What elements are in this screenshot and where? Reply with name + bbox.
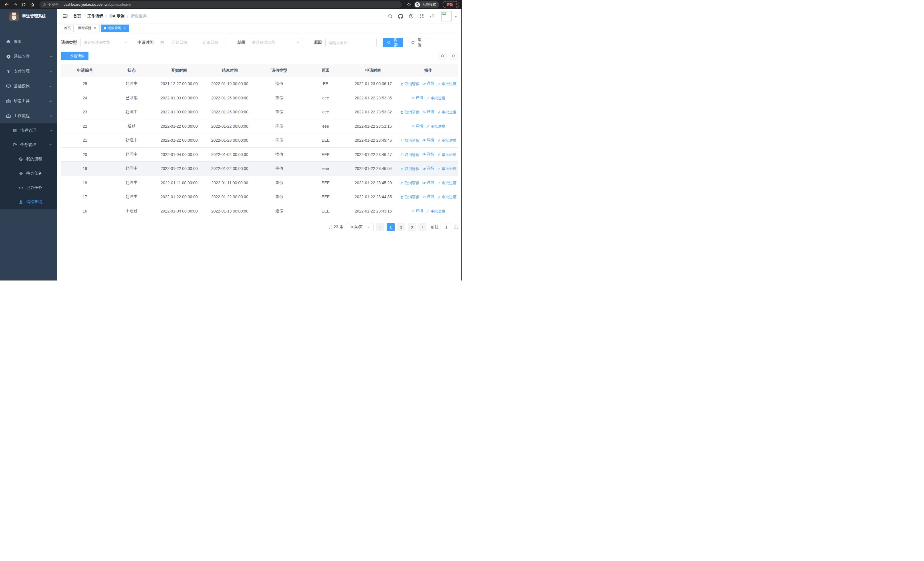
detail-action-link[interactable]: 详情 xyxy=(422,81,434,86)
sidebar-item-流程管理[interactable]: 流程管理 xyxy=(0,123,57,138)
tag-tab-首页[interactable]: 首页 xyxy=(61,24,74,32)
cancel-action-link[interactable]: 取消请假 xyxy=(400,180,420,186)
github-link[interactable] xyxy=(398,14,403,19)
sidebar-logo[interactable]: 芋道管理系统 xyxy=(0,9,57,23)
app-title: 芋道管理系统 xyxy=(22,14,46,19)
cancel-action-link[interactable]: 取消请假 xyxy=(400,194,420,200)
bookmark-star-button[interactable] xyxy=(405,1,412,8)
browser-scrollbar[interactable] xyxy=(461,9,462,281)
font-size-button[interactable]: TT xyxy=(429,14,435,19)
sidebar-item-首页[interactable]: 首页 xyxy=(0,34,57,49)
page-button-1[interactable]: 1 xyxy=(387,223,394,231)
sidebar-item-系统管理[interactable]: 系统管理 xyxy=(0,49,57,64)
tag-tab-请假查询[interactable]: 请假查询× xyxy=(101,24,129,32)
table-tools xyxy=(438,52,458,60)
sidebar-item-支付管理[interactable]: ¥支付管理 xyxy=(0,64,57,79)
progress-action-link[interactable]: 审批进度 xyxy=(426,124,446,129)
user-avatar-menu[interactable] xyxy=(441,11,458,21)
detail-action-link[interactable]: 详情 xyxy=(411,208,423,214)
progress-action-link[interactable]: 审批进度 xyxy=(437,110,457,115)
reset-button[interactable]: 重置 xyxy=(406,38,427,47)
sidebar-item-label: 支付管理 xyxy=(14,69,30,74)
next-page-button[interactable] xyxy=(418,223,426,231)
cell-end: 2022-01-22 00:00:00 xyxy=(204,119,256,133)
site-security-indicator[interactable]: 不安全 xyxy=(43,2,59,7)
url-text: dashboard.yudao.iocoder.cn/bpm/oa/leave xyxy=(64,3,131,7)
browser-menu-icon[interactable] xyxy=(456,3,457,7)
cell-id: 17 xyxy=(61,190,109,204)
close-icon[interactable]: × xyxy=(93,26,97,30)
detail-action-link[interactable]: 详情 xyxy=(422,165,434,171)
search-button[interactable]: 搜索 xyxy=(382,38,403,47)
toggle-search-button[interactable] xyxy=(438,52,447,60)
detail-action-link[interactable]: 详情 xyxy=(411,95,423,100)
detail-action-link[interactable]: 详情 xyxy=(411,123,423,129)
warning-icon xyxy=(43,3,46,7)
sidebar-item-label: 研发工具 xyxy=(14,99,30,104)
docs-help-button[interactable] xyxy=(409,14,414,19)
progress-action-link[interactable]: 审批进度 xyxy=(426,209,446,214)
sidebar-item-研发工具[interactable]: 研发工具 xyxy=(0,94,57,108)
progress-action-link[interactable]: 审批进度 xyxy=(437,152,457,157)
browser-back-button[interactable] xyxy=(3,1,10,8)
progress-action-link[interactable]: 审批进度 xyxy=(437,166,457,171)
progress-action-link[interactable]: 审批进度 xyxy=(426,96,446,101)
font-size-icon: TT xyxy=(429,14,435,19)
prev-page-button[interactable] xyxy=(376,223,384,231)
sidebar-collapse-button[interactable] xyxy=(62,12,69,20)
breadcrumb-item-OA 示例[interactable]: OA 示例 xyxy=(110,14,124,19)
sidebar-item-待办任务[interactable]: 待办任务 xyxy=(0,166,57,180)
detail-action-link[interactable]: 详情 xyxy=(422,180,434,185)
cancel-action-link[interactable]: 取消请假 xyxy=(400,81,420,87)
page-size-select[interactable]: 10条/页 xyxy=(347,223,374,231)
cancel-action-link[interactable]: 取消请假 xyxy=(400,138,420,143)
fullscreen-button[interactable] xyxy=(419,14,424,18)
progress-action-link[interactable]: 审批进度 xyxy=(437,180,457,186)
page-button-2[interactable]: 2 xyxy=(397,223,405,231)
cell-type: 病假 xyxy=(256,119,303,133)
cell-id: 19 xyxy=(61,162,109,176)
cell-reason: eee xyxy=(303,162,348,176)
browser-reload-button[interactable] xyxy=(20,1,27,8)
detail-action-link[interactable]: 详情 xyxy=(422,137,434,143)
header-search-button[interactable] xyxy=(388,14,393,18)
eye-icon xyxy=(422,110,426,114)
cancel-action-link[interactable]: 取消请假 xyxy=(400,110,420,115)
cell-start: 2022-01-04 00:00:00 xyxy=(154,147,204,162)
page-button-3[interactable]: 3 xyxy=(408,223,416,231)
breadcrumb-item-工作流程[interactable]: 工作流程 xyxy=(87,14,103,19)
detail-action-link[interactable]: 详情 xyxy=(422,194,434,199)
sidebar-item-已办任务[interactable]: 已办任务 xyxy=(0,180,57,195)
pen-icon xyxy=(437,82,441,86)
detail-action-link[interactable]: 详情 xyxy=(422,152,434,157)
sidebar-item-label: 待办任务 xyxy=(26,171,42,176)
cell-status: 处理中 xyxy=(109,176,154,190)
refresh-table-button[interactable] xyxy=(450,52,458,60)
jump-page-input[interactable] xyxy=(441,223,452,231)
progress-action-link[interactable]: 审批进度 xyxy=(437,194,457,200)
create-leave-button[interactable]: 发起请假 xyxy=(61,52,88,60)
breadcrumb-item-首页[interactable]: 首页 xyxy=(73,14,81,19)
cancel-action-link[interactable]: 取消请假 xyxy=(400,152,420,157)
sidebar-item-工作流程[interactable]: 工作流程 xyxy=(0,108,57,123)
cancel-action-link[interactable]: 取消请假 xyxy=(400,166,420,171)
leave-type-select[interactable]: 请选择请假类型 xyxy=(81,38,131,47)
browser-update-button[interactable]: 更新 xyxy=(442,1,459,8)
pen-icon xyxy=(426,209,430,213)
tag-tab-流程详情[interactable]: 流程详情× xyxy=(75,24,100,32)
apply-time-range-picker[interactable]: 开始日期 - 结束日期 xyxy=(157,38,226,47)
browser-home-button[interactable] xyxy=(28,1,36,8)
address-bar[interactable]: 不安全 dashboard.yudao.iocoder.cn/bpm/oa/le… xyxy=(39,1,402,8)
reason-input[interactable] xyxy=(328,41,374,45)
progress-action-link[interactable]: 审批进度 xyxy=(437,81,457,87)
close-icon[interactable]: × xyxy=(123,26,126,30)
sidebar-item-我的流程[interactable]: 我的流程 xyxy=(0,152,57,166)
result-select[interactable]: 请选择流结果 xyxy=(249,38,303,47)
detail-action-link[interactable]: 详情 xyxy=(422,109,434,114)
sidebar-item-基础设施[interactable]: 基础设施 xyxy=(0,79,57,94)
browser-forward-button[interactable] xyxy=(11,1,19,8)
progress-action-link[interactable]: 审批进度 xyxy=(437,138,457,143)
detail-action-label: 详情 xyxy=(427,152,434,157)
sidebar-item-请假查询[interactable]: 请假查询 xyxy=(0,195,57,209)
sidebar-item-任务管理[interactable]: 任务管理 xyxy=(0,138,57,152)
